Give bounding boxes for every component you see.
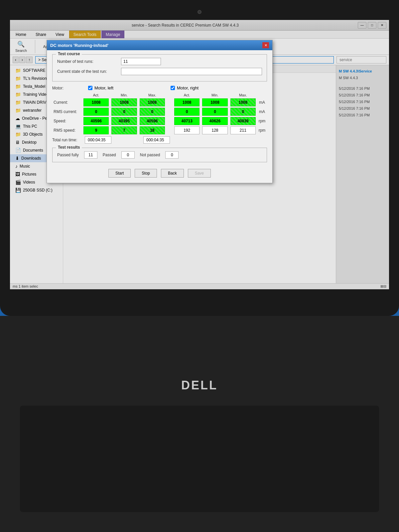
screen-area: service - Search Results in CEREC Premiu… [10,20,389,289]
test-results-title: Test results [56,145,82,150]
save-button[interactable]: Save [188,169,211,178]
rms-current-unit: mA [257,107,267,116]
current-right-act: 1008 [174,98,200,106]
motor-right-checkbox[interactable] [171,86,175,90]
speed-row: Speed: 40596 40395 40596 40713 40626 408… [52,116,267,126]
dialog-overlay: DC motors 'Running-in/load' ✕ Test cours… [10,20,389,289]
col-left-max: Max. [138,92,166,98]
keyboard-area [20,406,379,512]
back-button[interactable]: Back [161,169,184,178]
col-right-act: Act. [173,92,201,98]
current-right-max: 1008 [230,98,256,106]
rms-speed-right-act: 192 [174,126,200,134]
motor-label: Motor: [52,86,85,90]
test-results-group: Test results Passed fully 11 Passed 0 No… [52,148,267,162]
col-left-act: Act. [82,92,110,98]
current-label: Current: [52,98,82,107]
runtime-right-value: 000:04:35 [143,136,170,144]
speed-left-min: 40395 [111,117,137,125]
rms-current-right-min: 0 [202,108,227,116]
rms-speed-label: RMS speed: [52,126,82,135]
speed-unit: rpm [257,116,267,126]
runs-input[interactable] [121,58,161,65]
test-state-row: Current state of the test run: [57,68,262,75]
rms-current-row: RMS current: 0 0 0 0 0 0 mA [52,107,267,116]
test-course-title: Test course [56,52,82,56]
rms-current-right-act: 0 [174,108,200,116]
runtime-row: Total run time: 000:04:35 000:04:35 [52,136,267,144]
not-passed-value: 0 [165,151,179,159]
rms-speed-right-min: 128 [202,126,227,134]
stop-button[interactable]: Stop [135,169,157,178]
current-right-min: 1008 [202,98,227,106]
rms-speed-right-max: 211 [230,126,256,134]
motor-header-row: Motor: Motor, left Motor, right [52,85,267,90]
rms-speed-left-max: 18 [140,126,165,134]
state-label: Current state of the test run: [57,69,117,74]
passed-fully-value: 11 [84,151,97,159]
rms-current-label: RMS current: [52,107,82,116]
state-input[interactable] [121,68,262,75]
dialog-close-button[interactable]: ✕ [262,42,269,48]
dc-motors-dialog: DC motors 'Running-in/load' ✕ Test cours… [47,40,273,183]
dialog-body: Test course Number of test runs: Current… [47,50,272,183]
speed-right-act: 40713 [174,117,200,125]
rms-speed-row: RMS speed: 9 7 18 192 128 211 rpm [52,126,267,135]
speed-right-max: 40839 [230,117,256,125]
passed-value: 0 [121,151,135,159]
dialog-buttons: Start Stop Back Save [52,166,267,179]
rms-current-right-max: 0 [230,108,256,116]
laptop-bottom: DELL [0,316,399,532]
dialog-title-bar: DC motors 'Running-in/load' ✕ [47,40,272,50]
passed-label: Passed [103,153,116,157]
current-left-act: 1008 [83,98,109,106]
runtime-label: Total run time: [52,138,82,142]
motor-section: Motor: Motor, left Motor, right [52,85,267,144]
current-row: Current: 1008 1008 1008 1008 1008 1008 m… [52,98,267,107]
motor-left-checkbox[interactable] [88,86,92,90]
test-runs-row: Number of test runs: [57,58,262,65]
rms-current-left-min: 0 [111,108,137,116]
motor-right-label: Motor, right [177,85,199,90]
col-right-min: Min. [201,92,229,98]
motor-table: Act. Min. Max. Act. Min. Max. [52,92,267,135]
rms-current-left-act: 0 [83,108,109,116]
current-left-max: 1008 [140,98,165,106]
test-course-group: Test course Number of test runs: Current… [52,54,267,81]
speed-label: Speed: [52,116,82,126]
laptop-outer: service - Search Results in CEREC Premiu… [0,0,399,316]
rms-current-left-max: 0 [140,108,165,116]
dialog-title: DC motors 'Running-in/load' [50,43,108,48]
speed-right-min: 40626 [202,117,227,125]
rms-speed-unit: rpm [257,126,267,135]
col-right-max: Max. [229,92,257,98]
webcam [198,10,201,14]
runtime-left-value: 000:04:35 [85,136,111,144]
col-left-min: Min. [110,92,138,98]
rms-speed-left-min: 7 [111,126,137,134]
speed-left-max: 40596 [140,117,165,125]
current-left-min: 1008 [111,98,137,106]
dell-logo: DELL [181,378,218,392]
current-unit: mA [257,98,267,107]
rms-speed-left-act: 9 [83,126,109,134]
not-passed-label: Not passed [140,153,160,157]
start-button[interactable]: Start [108,169,131,178]
results-row: Passed fully 11 Passed 0 Not passed 0 [57,151,262,159]
runs-label: Number of test runs: [57,59,117,64]
speed-left-act: 40596 [83,117,109,125]
passed-fully-label: Passed fully [57,153,79,157]
motor-left-label: Motor, left [94,85,113,90]
